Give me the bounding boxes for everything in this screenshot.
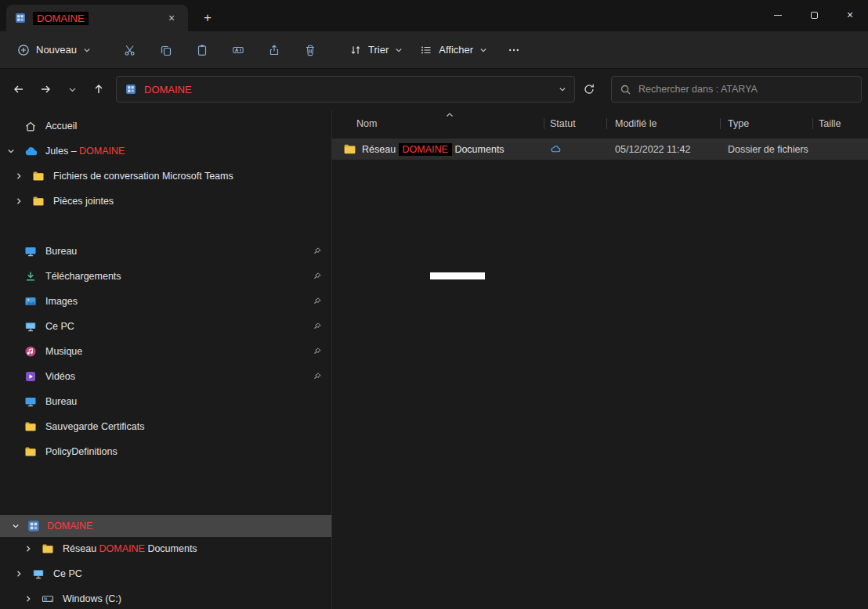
pin-icon bbox=[313, 247, 322, 256]
search-input[interactable] bbox=[638, 84, 853, 95]
reseau-label-suffix: Documents bbox=[145, 543, 197, 554]
sidebar-item-label: PolicyDefinitions bbox=[45, 446, 118, 457]
pin-icon bbox=[313, 322, 322, 331]
sidebar-item-onedrive[interactable]: Jules – DOMAINE bbox=[0, 139, 328, 163]
pin-icon bbox=[313, 347, 322, 356]
view-button[interactable]: Afficher bbox=[412, 37, 495, 63]
chevron-down-icon[interactable] bbox=[6, 147, 16, 155]
minimize-button[interactable] bbox=[760, 0, 796, 30]
search-icon bbox=[620, 84, 631, 95]
music-icon bbox=[24, 345, 38, 358]
chevron-down-icon bbox=[83, 46, 91, 54]
file-type-cell: Dossier de fichiers bbox=[720, 144, 812, 155]
sidebar-item-reseau-documents[interactable]: Réseau DOMAINE Documents bbox=[0, 537, 328, 560]
sidebar-item-label: Jules – DOMAINE bbox=[45, 146, 125, 157]
delete-button[interactable] bbox=[293, 37, 327, 63]
column-label: Statut bbox=[550, 118, 576, 129]
titlebar: DOMAINE × + × bbox=[0, 0, 868, 31]
sidebar-item-label: Téléchargements bbox=[45, 271, 121, 282]
navigation-pane: Accueil Jules – DOMAINE Fichiers de co bbox=[0, 110, 332, 609]
more-options-button[interactable] bbox=[497, 37, 531, 63]
file-status-cell bbox=[544, 143, 606, 155]
onedrive-cloud-icon bbox=[24, 145, 38, 158]
tab-close-icon[interactable]: × bbox=[163, 9, 180, 27]
column-header-nom[interactable]: Nom bbox=[342, 114, 544, 134]
rename-icon bbox=[232, 44, 244, 56]
chevron-right-icon[interactable] bbox=[14, 570, 24, 578]
sidebar-item-teams-files[interactable]: Fichiers de conversation Microsoft Teams bbox=[0, 164, 328, 188]
back-button[interactable] bbox=[6, 77, 31, 102]
sidebar-item-ce-pc-pinned[interactable]: Ce PC bbox=[0, 315, 328, 338]
address-dropdown-icon[interactable] bbox=[559, 85, 566, 93]
chevron-right-icon[interactable] bbox=[24, 545, 33, 553]
explorer-tab[interactable]: DOMAINE × bbox=[6, 5, 188, 31]
sort-button[interactable]: Trier bbox=[342, 37, 410, 63]
sidebar-item-accueil[interactable]: Accueil bbox=[0, 114, 328, 138]
sidebar-item-windows-c[interactable]: Windows (C:) bbox=[0, 587, 328, 609]
arrow-right-icon bbox=[39, 83, 52, 95]
navigation-bar: DOMAINE bbox=[0, 69, 868, 110]
sidebar-item-musique[interactable]: Musique bbox=[0, 340, 328, 363]
new-button[interactable]: Nouveau bbox=[9, 37, 99, 63]
minimize-icon bbox=[774, 15, 782, 16]
sidebar-item-bureau2[interactable]: Bureau bbox=[0, 390, 328, 413]
windows-drive-icon bbox=[41, 593, 55, 605]
sidebar-item-telechargements[interactable]: Téléchargements bbox=[0, 265, 328, 288]
sidebar-item-bureau-pinned[interactable]: Bureau bbox=[0, 240, 328, 263]
refresh-button[interactable] bbox=[577, 77, 602, 102]
column-header-modifie-le[interactable]: Modifié le bbox=[606, 114, 720, 134]
column-label: Type bbox=[728, 118, 749, 129]
copy-icon bbox=[160, 44, 172, 56]
sidebar-section-gap bbox=[0, 214, 331, 240]
tab-title: DOMAINE bbox=[33, 12, 89, 25]
domain-icon bbox=[125, 83, 137, 95]
sidebar-item-videos[interactable]: Vidéos bbox=[0, 365, 328, 388]
paste-button[interactable] bbox=[185, 37, 219, 63]
column-label: Modifié le bbox=[615, 118, 657, 129]
file-name-prefix: Réseau bbox=[362, 144, 399, 155]
sidebar-item-domaine-selected[interactable]: DOMAINE bbox=[0, 515, 331, 537]
sidebar-item-label: Accueil bbox=[45, 121, 77, 132]
circled-plus-icon bbox=[17, 44, 30, 56]
new-tab-button[interactable]: + bbox=[196, 6, 219, 30]
sidebar-item-label: Images bbox=[45, 296, 78, 307]
sidebar-item-ce-pc-tree[interactable]: Ce PC bbox=[0, 562, 328, 586]
share-button[interactable] bbox=[257, 37, 291, 63]
column-header-taille[interactable]: Taille bbox=[812, 114, 868, 134]
chevron-right-icon[interactable] bbox=[24, 595, 33, 603]
folder-icon bbox=[41, 542, 55, 555]
maximize-icon bbox=[811, 12, 818, 19]
this-pc-icon bbox=[24, 320, 38, 333]
sort-icon bbox=[349, 44, 362, 56]
sidebar-item-label: Windows (C:) bbox=[63, 593, 121, 604]
sidebar-item-label: Réseau DOMAINE Documents bbox=[63, 543, 197, 554]
sidebar-section-gap bbox=[0, 465, 331, 515]
sidebar-item-images[interactable]: Images bbox=[0, 290, 328, 313]
maximize-button[interactable] bbox=[796, 0, 832, 30]
up-button[interactable] bbox=[86, 77, 111, 102]
forward-button[interactable] bbox=[33, 77, 58, 102]
chevron-down-icon[interactable] bbox=[11, 522, 20, 530]
sidebar-item-sauvegarde-certificats[interactable]: Sauvegarde Certificats bbox=[0, 415, 328, 438]
close-button[interactable]: × bbox=[832, 0, 868, 30]
column-label: Taille bbox=[819, 118, 841, 129]
file-name-redacted: DOMAINE bbox=[399, 143, 452, 156]
domain-icon bbox=[27, 519, 41, 533]
file-row-selected[interactable]: Réseau DOMAINE Documents 05/12/2022 11:4… bbox=[332, 139, 868, 160]
cut-button[interactable] bbox=[113, 37, 147, 63]
column-header-type[interactable]: Type bbox=[720, 114, 812, 134]
chevron-right-icon[interactable] bbox=[14, 197, 24, 205]
paste-icon bbox=[196, 44, 208, 56]
folder-icon bbox=[343, 142, 356, 156]
column-header-statut[interactable]: Statut bbox=[544, 114, 606, 134]
chevron-right-icon[interactable] bbox=[14, 172, 24, 180]
sidebar-item-label: DOMAINE bbox=[47, 521, 92, 532]
file-modified-cell: 05/12/2022 11:42 bbox=[606, 144, 720, 155]
recent-locations-button[interactable] bbox=[60, 77, 85, 102]
sidebar-item-policy-definitions[interactable]: PolicyDefinitions bbox=[0, 440, 328, 463]
copy-button[interactable] bbox=[149, 37, 183, 63]
rename-button[interactable] bbox=[221, 37, 255, 63]
address-bar[interactable]: DOMAINE bbox=[116, 76, 575, 103]
sidebar-item-pieces-jointes[interactable]: Pièces jointes bbox=[0, 189, 328, 213]
file-name-cell: Réseau DOMAINE Documents bbox=[332, 142, 544, 156]
